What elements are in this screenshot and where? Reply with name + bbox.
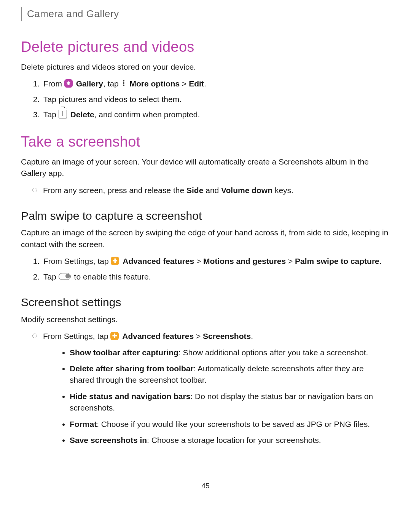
advanced-features-icon (111, 257, 119, 265)
intro-delete: Delete pictures and videos stored on you… (21, 61, 390, 73)
step-1: From Gallery, tap More options > Edit. (42, 78, 390, 89)
opt-save-location: Save screenshots in: Choose a storage lo… (70, 435, 390, 446)
palm-step-2: Tap to enable this feature. (42, 271, 390, 283)
intro-screenshot: Capture an image of your screen. Your de… (21, 156, 390, 179)
intro-palm-swipe: Capture an image of the screen by swipin… (21, 227, 390, 250)
screenshot-settings-nav: From Settings, tap Advanced features > S… (21, 331, 390, 446)
heading-take-screenshot: Take a screenshot (21, 131, 390, 152)
step-3: Tap Delete, and confirm when prompted. (42, 109, 390, 120)
screenshot-key-combo: From any screen, press and release the S… (35, 185, 390, 196)
more-options-icon (121, 79, 126, 87)
heading-screenshot-settings: Screenshot settings (21, 294, 390, 311)
opt-delete-after-share: Delete after sharing from toolbar: Autom… (70, 363, 390, 386)
breadcrumb-text: Camera and Gallery (27, 8, 119, 19)
page-number: 45 (21, 481, 390, 491)
heading-delete-pictures: Delete pictures and videos (21, 37, 390, 58)
toggle-icon (59, 273, 71, 280)
screenshot-options: Show toolbar after capturing: Show addit… (43, 347, 390, 446)
heading-palm-swipe: Palm swipe to capture a screenshot (21, 208, 390, 224)
screenshot-step: From any screen, press and release the S… (21, 185, 390, 196)
opt-show-toolbar: Show toolbar after capturing: Show addit… (70, 347, 390, 358)
palm-step-1: From Settings, tap Advanced features > M… (42, 256, 390, 267)
intro-screenshot-settings: Modify screenshot settings. (21, 314, 390, 325)
opt-format: Format: Choose if you would like your sc… (70, 419, 390, 430)
opt-hide-bars: Hide status and navigation bars: Do not … (70, 391, 390, 414)
steps-palm-swipe: From Settings, tap Advanced features > M… (21, 256, 390, 283)
gallery-icon (64, 79, 73, 88)
trash-icon (59, 110, 67, 118)
screenshot-settings-path: From Settings, tap Advanced features > S… (35, 331, 390, 446)
advanced-features-icon (110, 332, 119, 340)
step-2: Tap pictures and videos to select them. (42, 94, 390, 105)
steps-delete: From Gallery, tap More options > Edit. T… (21, 78, 390, 120)
breadcrumb: Camera and Gallery (21, 7, 390, 21)
